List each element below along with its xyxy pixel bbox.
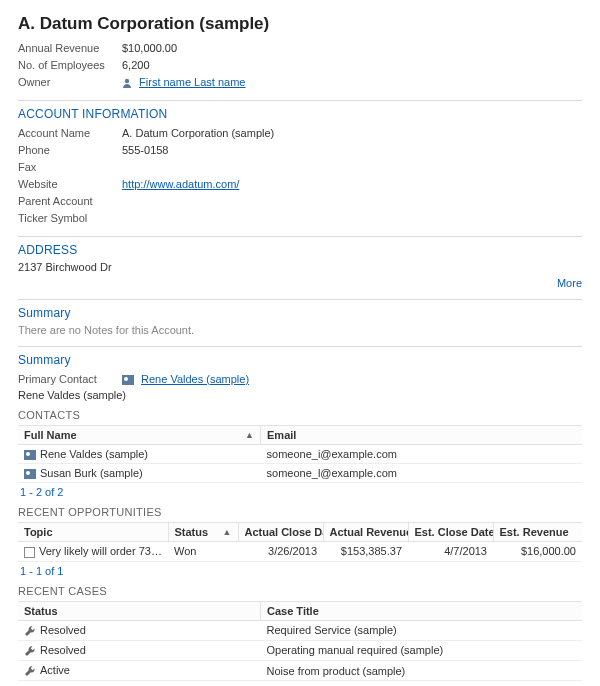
page-title: A. Datum Corporation (sample) [18, 14, 582, 34]
row-checkbox[interactable] [24, 547, 35, 558]
employees-value: 6,200 [122, 57, 150, 73]
cases-heading: RECENT CASES [18, 585, 582, 597]
col-case-title[interactable]: Case Title [261, 601, 582, 620]
contact-name: Rene Valdes (sample) [40, 448, 148, 460]
col-actual-revenue[interactable]: Actual Revenue [323, 523, 408, 542]
opp-actual-close: 3/26/2013 [238, 542, 323, 562]
table-row[interactable]: ResolvedRequired Service (sample) [18, 620, 582, 640]
section-address: ADDRESS [18, 243, 582, 257]
person-icon [122, 78, 132, 88]
table-row[interactable]: Rene Valdes (sample)someone_i@example.co… [18, 445, 582, 464]
col-est-close[interactable]: Est. Close Date▼ [408, 523, 493, 542]
section-summary-notes: Summary [18, 306, 582, 320]
wrench-icon [24, 665, 36, 677]
notes-empty: There are no Notes for this Account. [18, 324, 582, 336]
divider [18, 100, 582, 101]
contact-icon [122, 375, 134, 385]
case-title: Required Service (sample) [261, 620, 582, 640]
website-label: Website [18, 176, 122, 192]
case-status: Active [40, 664, 70, 676]
col-topic[interactable]: Topic [18, 523, 168, 542]
contact-email: someone_i@example.com [261, 445, 582, 464]
contact-email: someone_l@example.com [261, 464, 582, 483]
wrench-icon [24, 625, 36, 637]
parent-account-label: Parent Account [18, 193, 122, 209]
opp-est-close: 4/7/2013 [408, 542, 493, 562]
annual-revenue-value: $10,000.00 [122, 40, 177, 56]
opportunities-pager[interactable]: 1 - 1 of 1 [20, 565, 582, 577]
opportunities-table: Topic Status▲ Actual Close Date Actual R… [18, 522, 582, 562]
contacts-table: Full Name▲ Email Rene Valdes (sample)som… [18, 425, 582, 483]
opp-topic: Very likely will order 73 Produc... [39, 545, 168, 557]
ticker-label: Ticker Symbol [18, 210, 122, 226]
sort-asc-icon: ▲ [223, 527, 232, 537]
opp-est-revenue: $16,000.00 [493, 542, 582, 562]
annual-revenue-label: Annual Revenue [18, 40, 122, 56]
contact-name: Susan Burk (sample) [40, 467, 143, 479]
col-case-status[interactable]: Status [18, 601, 261, 620]
case-title: Noise from product (sample) [261, 660, 582, 680]
primary-contact-label: Primary Contact [18, 371, 122, 387]
opp-status: Won [168, 542, 238, 562]
case-status: Resolved [40, 644, 86, 656]
table-row[interactable]: ResolvedOperating manual required (sampl… [18, 640, 582, 660]
opportunities-heading: RECENT OPPORTUNITIES [18, 506, 582, 518]
sort-asc-icon: ▲ [245, 430, 254, 440]
case-title: Faulty product catalog (sample) [261, 681, 582, 686]
table-row[interactable]: ActiveNoise from product (sample) [18, 660, 582, 680]
table-row[interactable]: ActiveFaulty product catalog (sample) [18, 681, 582, 686]
opp-actual-revenue: $153,385.37 [323, 542, 408, 562]
case-status: Resolved [40, 624, 86, 636]
fax-label: Fax [18, 159, 122, 175]
owner-link[interactable]: First name Last name [139, 76, 245, 88]
col-actual-close[interactable]: Actual Close Date [238, 523, 323, 542]
col-email[interactable]: Email [261, 426, 582, 445]
primary-contact-link[interactable]: Rene Valdes (sample) [141, 373, 249, 385]
contacts-pager[interactable]: 1 - 2 of 2 [20, 486, 582, 498]
website-link[interactable]: http://www.adatum.com/ [122, 178, 239, 190]
contacts-heading: CONTACTS [18, 409, 582, 421]
phone-label: Phone [18, 142, 122, 158]
address-value: 2137 Birchwood Dr [18, 261, 582, 273]
cases-table: Status Case Title ResolvedRequired Servi… [18, 601, 582, 686]
svg-point-0 [125, 79, 129, 83]
divider [18, 346, 582, 347]
col-status[interactable]: Status▲ [168, 523, 238, 542]
wrench-icon [24, 645, 36, 657]
employees-label: No. of Employees [18, 57, 122, 73]
section-account-info: ACCOUNT INFORMATION [18, 107, 582, 121]
case-title: Operating manual required (sample) [261, 640, 582, 660]
account-name-label: Account Name [18, 125, 122, 141]
more-link[interactable]: More [18, 277, 582, 289]
contact-icon [24, 450, 36, 460]
col-est-revenue[interactable]: Est. Revenue [493, 523, 582, 542]
account-name-value: A. Datum Corporation (sample) [122, 125, 274, 141]
section-summary: Summary [18, 353, 582, 367]
table-row[interactable]: Susan Burk (sample)someone_l@example.com [18, 464, 582, 483]
divider [18, 299, 582, 300]
col-fullname[interactable]: Full Name▲ [18, 426, 261, 445]
owner-label: Owner [18, 74, 122, 90]
divider [18, 236, 582, 237]
phone-value: 555-0158 [122, 142, 169, 158]
contact-icon [24, 469, 36, 479]
primary-contact-name: Rene Valdes (sample) [18, 389, 582, 401]
table-row[interactable]: Very likely will order 73 Produc...Won3/… [18, 542, 582, 562]
